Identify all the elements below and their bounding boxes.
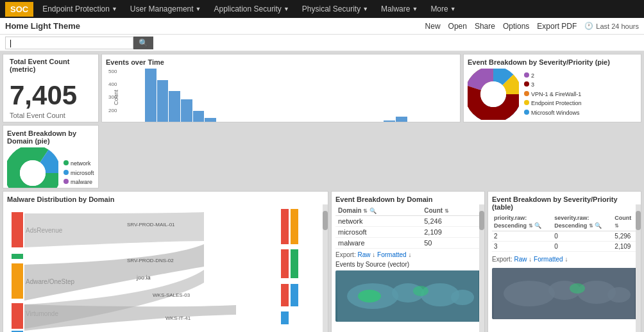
formatted-export-link[interactable]: Formatted — [377, 251, 407, 258]
svg-rect-13 — [12, 303, 23, 329]
domain-pie-container: network microsoft malware — [7, 147, 94, 188]
count-cell: 5,246 — [421, 216, 480, 227]
export-row: Export: Raw ↓ Formatted ↓ — [492, 256, 637, 263]
chevron-down-icon: ▼ — [284, 6, 289, 12]
svg-point-38 — [504, 281, 555, 306]
domain-pie-legend: network microsoft malware — [64, 159, 94, 187]
chevron-down-icon: ▼ — [112, 6, 117, 12]
table-row: 2 0 5,296 — [492, 231, 637, 242]
dashboard: Total Event Count (metric) 7,405 Total E… — [0, 51, 644, 332]
clock-icon: 🕐 — [584, 22, 593, 30]
map-chart — [335, 270, 480, 322]
svg-rect-20 — [291, 209, 298, 244]
vertical-scrollbar[interactable] — [323, 204, 328, 332]
svg-rect-24 — [291, 284, 298, 306]
export-pdf-button[interactable]: Export PDF — [537, 22, 577, 31]
events-over-time-panel: Events over Time Count 5004003002001000 … — [101, 54, 461, 122]
svg-point-41 — [607, 287, 631, 303]
vector-label: Events by Source (vector) — [335, 261, 480, 268]
svg-text:SRV-PROD-DNS-02: SRV-PROD-DNS-02 — [127, 258, 174, 263]
severity-cell: 0 — [552, 242, 613, 252]
search-input[interactable] — [5, 37, 133, 49]
severity-table-panel: Event Breakdown by Severity/Priority (ta… — [487, 191, 641, 332]
nav-user-management[interactable]: User Management ▼ — [124, 0, 208, 18]
toolbar: New Open Share Options Export PDF 🕐 Last… — [425, 22, 639, 31]
svg-rect-25 — [281, 311, 289, 324]
svg-text:SRV-PROD-MAIL-01: SRV-PROD-MAIL-01 — [127, 222, 175, 228]
event-domain-table-title: Event Breakdown by Domain — [335, 195, 480, 203]
domain-pie-title: Event Breakdown by Domain (pie) — [7, 129, 94, 145]
scrollbar-thumb[interactable] — [636, 211, 641, 230]
svg-text:WKS-SALES-03: WKS-SALES-03 — [153, 292, 191, 298]
severity-priority-table: priority.raw: Descending ⇅ 🔍 severity.ra… — [492, 213, 637, 252]
sort-icon[interactable]: ⇅ — [589, 223, 593, 229]
sort-icon[interactable]: ⇅ — [445, 208, 449, 214]
table-row: network 5,246 — [335, 216, 480, 227]
svg-rect-23 — [281, 284, 289, 306]
svg-point-5 — [480, 81, 506, 107]
svg-rect-11 — [12, 254, 23, 259]
sort-icon[interactable]: ⇅ — [529, 223, 533, 229]
map-svg-2 — [492, 268, 637, 319]
svg-text:WKS-IT-41: WKS-IT-41 — [165, 315, 191, 321]
brand-logo[interactable]: SOC — [5, 2, 33, 17]
nav-physical-security[interactable]: Physical Security ▼ — [296, 0, 375, 18]
scrollbar-thumb[interactable] — [323, 211, 328, 230]
malware-distribution-panel: Malware Distribution by Domain AdsRevenu… — [3, 191, 328, 332]
domain-table: Domain ⇅ 🔍 Count ⇅ network 5,246 m — [335, 206, 480, 249]
events-time-title: Events over Time — [106, 58, 456, 66]
svg-rect-19 — [281, 209, 289, 244]
open-button[interactable]: Open — [448, 22, 467, 31]
severity-table-title: Event Breakdown by Severity/Priority (ta… — [492, 195, 637, 211]
chevron-down-icon: ▼ — [362, 6, 368, 12]
new-button[interactable]: New — [425, 22, 441, 31]
domain-cell: network — [335, 216, 421, 227]
priority-col-header: priority.raw: Descending ⇅ 🔍 — [492, 213, 552, 231]
map-chart-2 — [492, 268, 637, 319]
vertical-scrollbar[interactable] — [479, 204, 484, 332]
search-bar: 🔍 — [0, 35, 644, 51]
sort-icon[interactable]: ⇅ — [363, 208, 368, 214]
severity-cell: 0 — [552, 231, 613, 242]
raw-export-link[interactable]: Raw — [357, 251, 370, 258]
nav-application-security[interactable]: Application Security ▼ — [207, 0, 295, 18]
domain-pie-panel: Event Breakdown by Domain (pie) network … — [3, 125, 99, 188]
count-col-header: Count ⇅ — [613, 213, 637, 231]
total-event-count-panel: Total Event Count (metric) 7,405 Total E… — [3, 54, 99, 122]
filter-icon[interactable]: 🔍 — [595, 222, 602, 229]
svg-rect-22 — [291, 249, 298, 278]
bar — [193, 111, 205, 122]
severity-pie-chart — [468, 69, 519, 120]
filter-icon[interactable]: 🔍 — [369, 208, 377, 214]
bottom-row: Malware Distribution by Domain AdsRevenu… — [3, 191, 641, 332]
share-button[interactable]: Share — [475, 22, 495, 31]
vertical-scrollbar[interactable] — [636, 204, 641, 332]
bar — [384, 120, 395, 122]
svg-point-34 — [451, 290, 474, 305]
raw-export-link[interactable]: Raw — [514, 256, 527, 263]
nav-malware[interactable]: Malware ▼ — [375, 0, 424, 18]
svg-point-42 — [570, 283, 585, 294]
search-button[interactable]: 🔍 — [133, 37, 153, 49]
total-event-label: Total Event Count — [10, 112, 65, 119]
time-range-indicator[interactable]: 🕐 Last 24 hours — [584, 22, 639, 30]
options-button[interactable]: Options — [503, 22, 529, 31]
svg-point-36 — [413, 286, 428, 296]
map-svg — [335, 270, 480, 322]
table-row: microsoft 2,109 — [335, 227, 480, 238]
nav-endpoint-protection[interactable]: Endpoint Protection ▼ — [36, 0, 124, 18]
count-cell: 50 — [421, 238, 480, 249]
bar-chart-area: Count 5004003002001000 15:0018:2121:0000… — [106, 69, 456, 122]
severity-pie-panel: Event Breakdown by Severity/Priority (pi… — [463, 54, 641, 122]
filter-icon[interactable]: 🔍 — [534, 222, 541, 229]
severity-pie-title: Event Breakdown by Severity/Priority (pi… — [468, 58, 637, 66]
export-row: Export: Raw ↓ Formatted ↓ — [335, 251, 480, 258]
formatted-export-link[interactable]: Formatted — [534, 256, 563, 263]
top-row: Total Event Count (metric) 7,405 Total E… — [3, 54, 641, 188]
bar — [181, 99, 192, 122]
scrollbar-thumb[interactable] — [479, 211, 484, 230]
sort-icon[interactable]: ⇅ — [614, 223, 619, 229]
domain-col-header: Domain ⇅ 🔍 — [335, 206, 421, 216]
svg-rect-21 — [281, 249, 289, 278]
nav-more[interactable]: More ▼ — [424, 0, 462, 18]
